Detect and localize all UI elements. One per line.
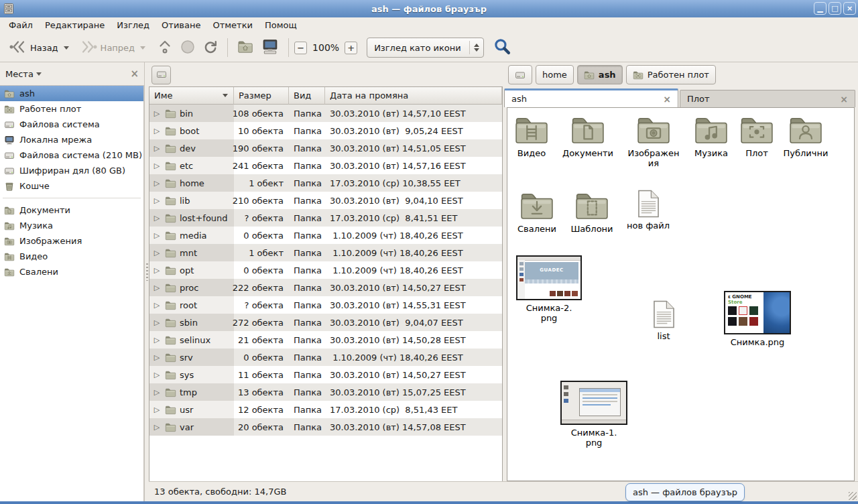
tab-close-icon[interactable]: × [663, 94, 671, 105]
table-row[interactable]: ▷ etc241 обектаПапка30.03.2010 (вт) 14,5… [149, 157, 502, 174]
expander-icon[interactable]: ▷ [152, 144, 162, 153]
cell-date: 1.10.2009 (чт) 18,40,26 EEST [325, 227, 502, 244]
back-button[interactable]: Назад [5, 38, 62, 58]
table-row[interactable]: ▷ srv0 обектаПапка 1.10.2009 (чт) 18,40,… [149, 349, 502, 366]
expander-icon[interactable]: ▷ [152, 266, 162, 275]
menu-item[interactable]: Изглед [111, 17, 156, 34]
tab-ash[interactable]: ash × [504, 88, 678, 107]
chevron-down-icon[interactable] [36, 72, 42, 76]
sidebar-item[interactable]: Музика [0, 218, 143, 233]
tab-close-icon[interactable]: × [840, 94, 848, 105]
sidebar-item[interactable]: Файлова система (210 MB) [0, 147, 143, 163]
table-row[interactable]: ▷ var20 обектаПапка30.03.2010 (вт) 14,57… [149, 418, 502, 436]
column-header-date[interactable]: Дата на промяна [325, 87, 502, 105]
close-button[interactable]: × [843, 2, 856, 15]
minimize-button[interactable]: ▁ [814, 2, 826, 15]
resize-grip[interactable] [849, 492, 857, 500]
sidebar-item[interactable]: Изображения [0, 233, 143, 249]
zoom-out-button[interactable]: − [294, 42, 307, 54]
view-mode-select[interactable]: Изглед като икони [367, 38, 484, 58]
table-row[interactable]: ▷ bin108 обектаПапка30.03.2010 (вт) 14,5… [149, 105, 502, 122]
path-button-ash[interactable]: ash [577, 65, 623, 84]
home-button[interactable] [233, 37, 257, 58]
menu-item[interactable]: Файл [3, 17, 39, 34]
sidebar-item[interactable]: Кошче [0, 178, 143, 194]
expander-icon[interactable]: ▷ [152, 196, 162, 205]
table-row[interactable]: ▷ sys11 обектаПапка30.03.2010 (вт) 14,50… [149, 366, 502, 383]
tree-root-button[interactable] [151, 66, 171, 84]
expander-icon[interactable]: ▷ [152, 423, 162, 432]
expander-icon[interactable]: ▷ [152, 353, 162, 362]
search-button[interactable] [493, 38, 511, 58]
sidebar-item[interactable]: Файлова система [0, 117, 143, 132]
expander-icon[interactable]: ▷ [152, 388, 162, 397]
expander-icon[interactable]: ▷ [152, 214, 162, 223]
menu-item[interactable]: Отметки [206, 17, 258, 34]
table-row[interactable]: ▷ selinux21 обектаПапка30.03.2010 (вт) 1… [149, 331, 502, 349]
table-row[interactable]: ▷ opt0 обектаПапка 1.10.2009 (чт) 18,40,… [149, 261, 502, 279]
path-button-home[interactable]: home [536, 65, 574, 84]
expander-icon[interactable]: ▷ [152, 162, 162, 170]
icon-view-item[interactable]: нов файл [611, 190, 685, 231]
sidebar-title[interactable]: Места [5, 69, 34, 79]
column-header-size[interactable]: Размер [234, 87, 289, 105]
icon-view-item[interactable]: Публични [769, 114, 843, 158]
sidebar-item[interactable]: Документи [0, 202, 143, 218]
expander-icon[interactable]: ▷ [152, 301, 162, 310]
titlebar[interactable]: ash — файлов браузър ▁ □ × [0, 0, 858, 18]
expander-icon[interactable]: ▷ [152, 127, 162, 135]
icon-view-item[interactable]: list [627, 300, 700, 341]
column-header-name[interactable]: Име [149, 87, 234, 105]
sidebar-item[interactable]: Свалени [0, 264, 143, 279]
computer-button[interactable] [257, 36, 283, 60]
back-dropdown[interactable] [64, 46, 69, 50]
icon-view-item[interactable]: Снимка-1.png [557, 381, 631, 448]
up-button[interactable] [154, 37, 176, 59]
menu-item[interactable]: Отиване [156, 17, 206, 34]
sidebar-item[interactable]: ash [0, 86, 143, 101]
path-button-Работен плот[interactable]: Работен плот [626, 65, 716, 84]
column-header-type[interactable]: Вид [289, 87, 325, 105]
path-button-root[interactable] [508, 65, 532, 84]
expander-icon[interactable]: ▷ [152, 179, 162, 188]
expander-icon[interactable]: ▷ [152, 336, 162, 344]
table-row[interactable]: ▷ root? обектаПапка30.03.2010 (вт) 14,55… [149, 296, 502, 314]
menu-item[interactable]: Редактиране [39, 17, 111, 34]
menu-item[interactable]: Помощ [259, 17, 303, 34]
sidebar-item[interactable]: Локална мрежа [0, 132, 143, 147]
expander-icon[interactable]: ▷ [152, 371, 162, 379]
table-row[interactable]: ▷ dev190 обектаПапка30.03.2010 (вт) 14,5… [149, 139, 502, 157]
zoom-in-button[interactable]: + [345, 42, 357, 54]
table-row[interactable]: ▷ proc222 обектаПапка30.03.2010 (вт) 14,… [149, 279, 502, 296]
stop-button[interactable] [176, 37, 199, 59]
expander-icon[interactable]: ▷ [152, 284, 162, 292]
doc-folder-icon [570, 114, 606, 145]
table-row[interactable]: ▷ usr12 обектаПапка17.03.2010 (ср) 8,51,… [149, 401, 502, 418]
table-row[interactable]: ▷ home1 обектПапка17.03.2010 (ср) 10,38,… [149, 174, 502, 192]
sidebar-close-button[interactable]: × [130, 68, 139, 80]
cell-type: Папка [289, 122, 325, 139]
table-row[interactable]: ▷ boot10 обектаПапка30.03.2010 (вт) 9,05… [149, 122, 502, 139]
expander-icon[interactable]: ▷ [152, 249, 162, 257]
forward-dropdown[interactable] [140, 46, 145, 50]
reload-button[interactable] [199, 37, 222, 59]
maximize-button[interactable]: □ [829, 2, 841, 15]
icon-view-item[interactable]: Документи [551, 114, 625, 158]
table-row[interactable]: ▷ media0 обектаПапка 1.10.2009 (чт) 18,4… [149, 227, 502, 244]
table-row[interactable]: ▷ lost+found? обектаПапка17.03.2010 (ср)… [149, 209, 502, 227]
sidebar-item[interactable]: Шифриран дял (80 GB) [0, 163, 143, 178]
icon-view-item[interactable]: ε GNOME Store Снимка.png [721, 291, 794, 347]
expander-icon[interactable]: ▷ [152, 318, 162, 327]
table-row[interactable]: ▷ tmp13 обектаПапка30.03.2010 (вт) 15,07… [149, 383, 502, 401]
table-row[interactable]: ▷ mnt1 обектПапка 1.10.2009 (чт) 18,40,2… [149, 244, 502, 261]
table-row[interactable]: ▷ lib210 обектаПапка30.03.2010 (вт) 9,04… [149, 192, 502, 209]
expander-icon[interactable]: ▷ [152, 109, 162, 118]
forward-button[interactable]: Напред [76, 38, 139, 58]
table-row[interactable]: ▷ sbin272 обектаПапка30.03.2010 (вт) 9,0… [149, 314, 502, 331]
sidebar-item[interactable]: Видео [0, 249, 143, 264]
sidebar-item[interactable]: Работен плот [0, 101, 143, 117]
icon-view-item[interactable]: GUADEC Снимка-2.png [512, 255, 586, 323]
tab-plot[interactable]: Плот × [680, 90, 855, 107]
expander-icon[interactable]: ▷ [152, 405, 162, 414]
expander-icon[interactable]: ▷ [152, 231, 162, 240]
